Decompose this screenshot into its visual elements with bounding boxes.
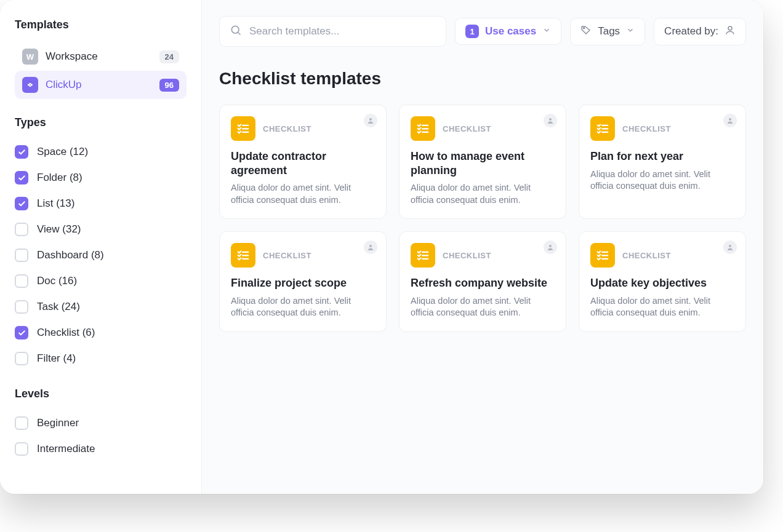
type-filter-label: Doc (16)	[37, 275, 77, 287]
types-list: Space (12)Folder (8)List (13)View (32)Da…	[15, 140, 187, 370]
creator-avatar	[544, 240, 557, 254]
usecases-filter[interactable]: 1 Use cases	[455, 18, 561, 45]
type-filter-item[interactable]: List (13)	[15, 192, 187, 215]
svg-point-20	[549, 245, 552, 247]
checkbox[interactable]	[15, 352, 28, 365]
card-type-label: CHECKLIST	[263, 124, 311, 133]
levels-heading: Levels	[15, 387, 187, 400]
card-title: Plan for next year	[590, 149, 734, 164]
types-section: Types Space (12)Folder (8)List (13)View …	[15, 116, 187, 370]
template-card[interactable]: CHECKLISTPlan for next yearAliqua dolor …	[579, 105, 746, 219]
sidebar-source-clickup[interactable]: ClickUp 96	[15, 71, 187, 99]
template-card[interactable]: CHECKLISTRefresh company websiteAliqua d…	[399, 231, 566, 332]
checkbox[interactable]	[15, 326, 28, 339]
card-description: Aliqua dolor do amet sint. Velit officia…	[231, 295, 375, 319]
checkbox[interactable]	[15, 223, 28, 236]
search-icon	[230, 24, 242, 39]
workspace-icon: W	[22, 49, 38, 65]
card-title: Finalize project scope	[231, 276, 375, 290]
type-filter-label: Space (12)	[37, 146, 88, 158]
creator-avatar	[544, 114, 557, 127]
checklist-icon	[411, 116, 435, 141]
sidebar-source-workspace[interactable]: W Workspace 24	[15, 42, 187, 71]
card-header: CHECKLIST	[411, 243, 555, 268]
card-description: Aliqua dolor do amet sint. Velit officia…	[590, 169, 734, 193]
checkbox[interactable]	[15, 274, 28, 288]
search-input[interactable]	[249, 25, 436, 38]
type-filter-label: List (13)	[37, 197, 74, 210]
card-type-label: CHECKLIST	[443, 124, 491, 133]
clickup-icon	[22, 77, 38, 93]
checkbox[interactable]	[15, 416, 28, 430]
svg-point-3	[728, 26, 732, 30]
usecases-count-badge: 1	[465, 25, 479, 38]
type-filter-item[interactable]: Folder (8)	[15, 166, 187, 189]
tags-label: Tags	[598, 25, 620, 38]
type-filter-item[interactable]: Filter (4)	[15, 347, 187, 370]
svg-point-16	[369, 245, 372, 247]
card-description: Aliqua dolor do amet sint. Velit officia…	[231, 182, 375, 206]
usecases-label: Use cases	[485, 25, 536, 38]
checkbox[interactable]	[15, 300, 28, 314]
checkbox[interactable]	[15, 145, 28, 159]
chevron-down-icon	[626, 25, 635, 38]
type-filter-label: Filter (4)	[37, 352, 76, 365]
type-filter-item[interactable]: Doc (16)	[15, 269, 187, 293]
card-type-label: CHECKLIST	[622, 251, 671, 260]
card-header: CHECKLIST	[231, 243, 375, 268]
tags-filter[interactable]: Tags	[570, 18, 645, 46]
svg-point-8	[549, 118, 552, 121]
chevron-down-icon	[542, 25, 551, 38]
checklist-icon	[411, 243, 435, 268]
type-filter-item[interactable]: Dashboard (8)	[15, 244, 187, 267]
checklist-icon	[590, 243, 615, 268]
creator-avatar	[364, 240, 377, 254]
checkbox[interactable]	[15, 197, 28, 210]
level-filter-item[interactable]: Intermediate	[15, 437, 187, 461]
svg-point-4	[369, 118, 372, 121]
type-filter-label: Task (24)	[37, 301, 80, 313]
main-content: 1 Use cases Tags Created by:	[202, 0, 763, 494]
card-header: CHECKLIST	[231, 116, 375, 141]
levels-section: Levels BeginnerIntermediate	[15, 387, 187, 461]
card-type-label: CHECKLIST	[263, 251, 311, 260]
levels-list: BeginnerIntermediate	[15, 411, 187, 461]
svg-point-2	[584, 27, 585, 28]
type-filter-label: Folder (8)	[37, 172, 82, 184]
type-filter-label: Dashboard (8)	[37, 249, 104, 261]
level-filter-label: Intermediate	[37, 443, 95, 455]
person-icon	[725, 25, 736, 39]
source-count-badge: 24	[159, 50, 179, 63]
card-title: Update key objectives	[590, 276, 734, 290]
type-filter-item[interactable]: Task (24)	[15, 295, 187, 319]
card-header: CHECKLIST	[590, 243, 734, 268]
checkbox[interactable]	[15, 171, 28, 185]
checkbox[interactable]	[15, 442, 28, 456]
creator-avatar	[723, 114, 737, 127]
search-box[interactable]	[219, 16, 446, 47]
type-filter-item[interactable]: Space (12)	[15, 140, 187, 164]
sidebar-sources: W Workspace 24 ClickUp 96	[15, 42, 187, 99]
type-filter-item[interactable]: Checklist (6)	[15, 321, 187, 344]
checklist-icon	[231, 116, 255, 141]
created-by-filter[interactable]: Created by:	[654, 18, 746, 46]
svg-line-1	[238, 33, 241, 35]
card-description: Aliqua dolor do amet sint. Velit officia…	[411, 295, 555, 319]
sidebar-heading: Templates	[15, 18, 187, 31]
checklist-icon	[231, 243, 255, 268]
level-filter-label: Beginner	[37, 417, 79, 429]
checklist-icon	[590, 116, 615, 141]
level-filter-item[interactable]: Beginner	[15, 411, 187, 435]
card-type-label: CHECKLIST	[443, 251, 491, 260]
checkbox[interactable]	[15, 248, 28, 262]
card-description: Aliqua dolor do amet sint. Velit officia…	[411, 182, 555, 206]
sidebar: Templates W Workspace 24 ClickUp 96 Type…	[0, 0, 202, 494]
type-filter-item[interactable]: View (32)	[15, 218, 187, 241]
template-card[interactable]: CHECKLISTUpdate key objectivesAliqua dol…	[579, 231, 746, 332]
svg-point-0	[231, 26, 239, 33]
template-card[interactable]: CHECKLISTFinalize project scopeAliqua do…	[219, 231, 387, 332]
template-card[interactable]: CHECKLISTHow to manage event planningAli…	[399, 105, 566, 219]
card-title: Update contractor agreement	[231, 149, 375, 177]
topbar: 1 Use cases Tags Created by:	[219, 16, 746, 47]
template-card[interactable]: CHECKLISTUpdate contractor agreementAliq…	[219, 105, 387, 219]
